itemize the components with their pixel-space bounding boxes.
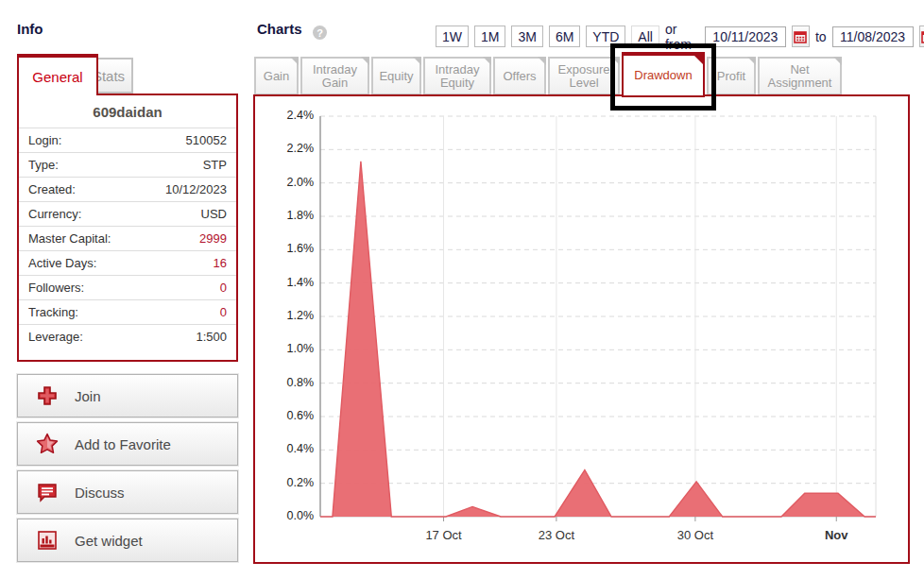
- tab-label: Drawdown: [634, 69, 692, 82]
- add-to-favorite-button[interactable]: Add to Favorite: [17, 422, 238, 466]
- info-header: Info: [17, 21, 43, 37]
- drawdown-plot-area: [320, 116, 876, 517]
- info-panel: 609daidan Login: 510052 Type: STP Create…: [17, 94, 238, 362]
- row-label: Type:: [28, 158, 59, 172]
- plus-icon: [35, 383, 60, 408]
- y-axis-tick-label: 2.0%: [265, 176, 314, 189]
- tab-label: Exposure Level: [550, 63, 618, 90]
- info-row-active-days: Active Days: 16: [19, 250, 236, 275]
- info-row-currency: Currency: USD: [19, 201, 236, 226]
- tab-net-assignment[interactable]: Net Assignment: [758, 57, 842, 95]
- signal-page: Info General Stats 609daidan Login: 5100…: [0, 0, 924, 579]
- account-name: 609daidan: [19, 95, 236, 128]
- range-button-1w[interactable]: 1W: [436, 26, 469, 47]
- y-axis-tick-label: 2.2%: [265, 142, 314, 155]
- fold-corner-icon: [290, 57, 299, 65]
- tab-offers[interactable]: Offers: [493, 57, 546, 95]
- info-row-tracking: Tracking: 0: [19, 299, 236, 324]
- row-label: Master Capital:: [28, 231, 111, 246]
- tab-equity[interactable]: Equity: [371, 57, 421, 95]
- get-widget-button[interactable]: Get widget: [17, 519, 238, 562]
- fold-corner-icon: [833, 57, 842, 65]
- y-axis-tick-label: 1.6%: [265, 242, 314, 255]
- tab-label: Profit: [717, 70, 745, 83]
- row-value: STP: [203, 158, 227, 172]
- from-calendar-button[interactable]: [792, 26, 810, 47]
- info-row-followers: Followers: 0: [19, 275, 236, 299]
- get-widget-label: Get widget: [75, 533, 143, 549]
- to-date-input[interactable]: [832, 26, 914, 47]
- row-label: Tracking:: [28, 305, 78, 319]
- y-axis-tick-label: 1.4%: [265, 276, 314, 289]
- tab-label: Gain: [264, 70, 289, 83]
- tab-intraday-equity[interactable]: Intraday Equity: [423, 57, 491, 95]
- fold-corner-icon: [747, 57, 756, 65]
- discuss-button[interactable]: Discuss: [17, 470, 238, 514]
- x-axis-tick-label: 17 Oct: [425, 528, 461, 542]
- row-value: USD: [201, 207, 227, 221]
- y-axis-tick-label: 0.6%: [265, 409, 314, 422]
- info-row-created: Created: 10/12/2023: [19, 177, 236, 201]
- or-from-label: or from: [665, 22, 699, 52]
- range-button-1m[interactable]: 1M: [474, 26, 505, 47]
- help-icon[interactable]: ?: [313, 26, 327, 40]
- info-row-master-capital: Master Capital: 2999: [19, 226, 236, 250]
- x-axis-tick-label: 23 Oct: [539, 528, 574, 542]
- tab-label: Intraday Equity: [425, 63, 489, 90]
- tab-label: Offers: [503, 70, 536, 83]
- drawdown-chart-svg: [320, 116, 876, 517]
- range-button-ytd[interactable]: YTD: [586, 26, 625, 47]
- range-button-all[interactable]: All: [631, 26, 659, 47]
- row-value: 510052: [186, 133, 227, 147]
- tab-drawdown[interactable]: Drawdown: [622, 52, 705, 97]
- tab-profit[interactable]: Profit: [707, 57, 756, 95]
- add-to-favorite-label: Add to Favorite: [75, 436, 171, 452]
- y-axis-tick-label: 0.8%: [265, 376, 314, 389]
- y-axis-tick-label: 0.2%: [265, 476, 314, 489]
- row-label: Currency:: [28, 207, 81, 221]
- drawdown-chart-panel: 0.0%0.2%0.4%0.6%0.8%1.0%1.2%1.4%1.6%1.8%…: [253, 94, 910, 564]
- tab-general[interactable]: General: [17, 54, 98, 95]
- range-controls: 1W 1M 3M 6M YTD All or from to: [436, 26, 924, 47]
- fold-corner-icon: [538, 57, 546, 65]
- y-axis-tick-label: 0.0%: [265, 509, 314, 522]
- range-button-6m[interactable]: 6M: [549, 26, 580, 47]
- calendar-icon: [794, 30, 807, 43]
- fold-corner-icon: [413, 57, 421, 65]
- row-value: 2999: [199, 231, 227, 246]
- info-row-type: Type: STP: [19, 152, 236, 177]
- row-label: Followers:: [28, 281, 84, 295]
- y-axis-tick-label: 1.2%: [265, 309, 314, 322]
- tab-label: Intraday Gain: [302, 63, 368, 90]
- to-calendar-button[interactable]: [919, 26, 924, 47]
- row-value: 0: [220, 305, 227, 319]
- row-label: Created:: [28, 182, 76, 196]
- tab-label: Net Assignment: [760, 63, 840, 90]
- to-label: to: [815, 29, 827, 44]
- join-button[interactable]: Join: [17, 374, 238, 417]
- join-button-label: Join: [75, 388, 101, 404]
- y-axis-tick-label: 1.8%: [265, 209, 314, 222]
- tab-exposure-level[interactable]: Exposure Level: [548, 57, 620, 95]
- discuss-button-label: Discuss: [75, 485, 125, 501]
- tab-gain[interactable]: Gain: [254, 57, 299, 95]
- x-axis-tick-label: Nov: [825, 528, 848, 542]
- tab-general-label: General: [32, 69, 82, 85]
- info-row-leverage: Leverage: 1:500: [19, 324, 236, 349]
- y-axis-tick-label: 1.0%: [265, 342, 314, 355]
- charts-header: Charts: [257, 21, 302, 37]
- fold-corner-icon: [483, 57, 491, 65]
- fold-corner-icon: [611, 57, 620, 65]
- row-value: 0: [220, 281, 227, 295]
- fold-corner-icon: [361, 57, 369, 65]
- range-button-3m[interactable]: 3M: [511, 26, 542, 47]
- row-label: Login:: [28, 133, 61, 147]
- x-axis-tick-label: 30 Oct: [677, 528, 713, 542]
- from-date-input[interactable]: [705, 26, 786, 47]
- widget-chart-icon: [35, 528, 60, 553]
- y-axis-tick-label: 2.4%: [265, 109, 314, 122]
- info-row-login: Login: 510052: [19, 128, 236, 152]
- row-value: 1:500: [196, 330, 227, 344]
- tab-intraday-gain[interactable]: Intraday Gain: [300, 57, 369, 95]
- row-label: Active Days:: [28, 256, 96, 270]
